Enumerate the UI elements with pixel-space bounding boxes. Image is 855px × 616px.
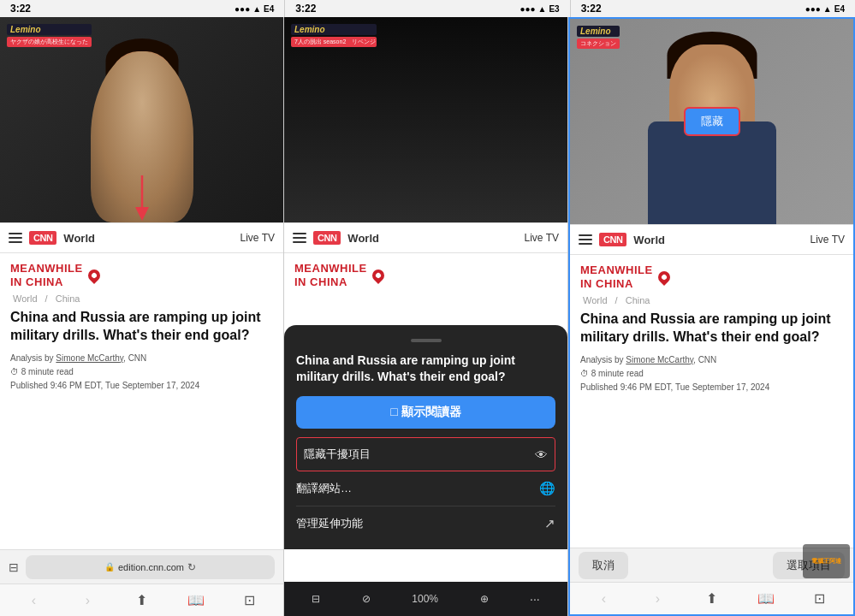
- breadcrumb-sep-3: /: [615, 295, 618, 305]
- video-thumbnail-3: 隱藏: [570, 19, 853, 224]
- more-icon: ···: [530, 592, 540, 606]
- zoom-icon: ⊘: [362, 593, 371, 605]
- hamburger-icon-3[interactable]: [579, 234, 592, 245]
- bookmarks-btn-3[interactable]: 📖: [753, 586, 779, 612]
- status-bar-1: 3:22 ●●● ▲ E4: [0, 0, 285, 17]
- red-arrow-1: [116, 171, 168, 222]
- lemino-logo-2: Lemino: [291, 24, 377, 35]
- share-btn-1[interactable]: ⬆: [129, 588, 155, 613]
- cnn-world-3: World: [633, 234, 665, 246]
- location-pin-2: [370, 267, 387, 284]
- forward-btn-1[interactable]: ›: [75, 588, 101, 613]
- address-bar-1: ⊟ 🔒 edition.cnn.com ↻: [0, 549, 283, 583]
- hamburger-line: [293, 233, 306, 234]
- location-pin-3: [656, 269, 673, 286]
- hide-distraction-icon: 👁: [535, 447, 548, 462]
- tabs-btn-1[interactable]: ⊡: [237, 588, 263, 613]
- time-3: 3:22: [581, 3, 602, 15]
- translate-item[interactable]: 翻譯網站… 🌐: [296, 471, 555, 506]
- time-2: 3:22: [295, 3, 316, 15]
- cnn-world-2: World: [347, 232, 379, 245]
- forward-btn-3[interactable]: ›: [645, 586, 671, 612]
- read-time-3: ⏱ 8 minute read: [580, 367, 843, 381]
- breadcrumb-sep-1: /: [45, 293, 48, 304]
- hamburger-line: [579, 243, 592, 245]
- status-icons-2: ●●● ▲ E3: [520, 4, 559, 14]
- breadcrumb-1: World / China: [10, 293, 273, 304]
- cnn-world-1: World: [63, 232, 95, 245]
- svg-marker-1: [135, 207, 149, 221]
- source-3: , CNN: [693, 355, 716, 364]
- zoom-increase-icon: ⊕: [480, 593, 489, 605]
- panel-3: Lemino コネクション 隱藏 CNN World Live TV: [568, 17, 855, 616]
- share-btn-3[interactable]: ⬆: [699, 586, 725, 612]
- article-meta-3: Analysis by Simone McCarthy, CNN ⏱ 8 min…: [580, 353, 843, 394]
- breadcrumb-world-3: World: [583, 295, 608, 305]
- hamburger-line: [579, 234, 592, 236]
- hamburger-line: [9, 233, 22, 234]
- battery-icon-2: E3: [549, 4, 559, 14]
- address-url-1[interactable]: 🔒 edition.cnn.com ↻: [26, 555, 275, 579]
- article-area-3: MEANWHILE IN CHINA World / China China a…: [570, 255, 853, 548]
- meanwhile-text-3a: MEANWHILE: [580, 264, 653, 277]
- article-title-3: China and Russia are ramping up joint mi…: [580, 311, 843, 346]
- lemino-sub-2: 7人の脱出 season2 リベンジ: [291, 37, 377, 47]
- tabs-btn-3[interactable]: ⊡: [807, 586, 833, 612]
- lemino-sub-3: コネクション: [577, 38, 620, 49]
- screens-row: Lemino ヤクザの娘が高校生になった CNN World Live: [0, 17, 855, 616]
- author-3: Simone McCarthy: [626, 355, 693, 364]
- meanwhile-badge-3: MEANWHILE IN CHINA: [580, 264, 843, 290]
- overlay-handle: [411, 339, 442, 342]
- reader-button[interactable]: □ 顯示閱讀器: [296, 396, 555, 429]
- published-1: Published 9:46 PM EDT, Tue September 17,…: [10, 379, 273, 393]
- live-tv-3[interactable]: Live TV: [810, 234, 845, 246]
- manage-extensions-text: 管理延伸功能: [296, 516, 363, 531]
- hide-distraction-text: 隱藏干擾項目: [304, 447, 371, 462]
- sidebar-icon-1[interactable]: ⊟: [9, 560, 19, 574]
- hamburger-icon-2[interactable]: [293, 233, 306, 243]
- back-btn-3[interactable]: ‹: [591, 586, 617, 612]
- article-title-1: China and Russia are ramping up joint mi…: [10, 309, 273, 345]
- lemino-logo-1: Lemino: [7, 24, 92, 35]
- back-btn-1[interactable]: ‹: [21, 588, 47, 613]
- hamburger-line: [579, 239, 592, 240]
- translate-text: 翻譯網站…: [296, 481, 352, 496]
- live-tv-2[interactable]: Live TV: [525, 232, 559, 244]
- cancel-button[interactable]: 取消: [579, 552, 628, 579]
- hamburger-line: [293, 237, 306, 239]
- time-1: 3:22: [10, 3, 31, 15]
- hamburger-icon-1[interactable]: [9, 233, 22, 243]
- meanwhile-text-2b: IN CHINA: [294, 275, 367, 289]
- bookmarks-btn-1[interactable]: 📖: [183, 588, 209, 613]
- person-body-3: [648, 121, 776, 224]
- cnn-logo-1: CNN: [29, 231, 56, 245]
- breadcrumb-world-1: World: [13, 293, 38, 304]
- hide-distraction-item[interactable]: 隱藏干擾項目 👁: [296, 437, 555, 471]
- status-icons-3: ●●● ▲ E4: [805, 4, 845, 14]
- lemino-badge-3: Lemino コネクション: [577, 26, 620, 49]
- hide-badge: 隱藏: [684, 107, 740, 136]
- meanwhile-text-3b: IN CHINA: [580, 277, 653, 291]
- meanwhile-text-2a: MEANWHILE: [294, 262, 367, 275]
- overlay-panel: China and Russia are ramping up joint mi…: [284, 325, 567, 549]
- zoom-icon-left: ⊟: [312, 593, 320, 605]
- wifi-icon-2: ▲: [538, 4, 547, 14]
- cnn-logo-3: CNN: [599, 233, 626, 246]
- status-bar-2: 3:22 ●●● ▲ E3: [285, 0, 570, 17]
- manage-extensions-item[interactable]: 管理延伸功能 ↗: [296, 506, 555, 541]
- translate-icon: 🌐: [539, 481, 555, 496]
- zoom-text: 100%: [412, 593, 438, 605]
- lemino-logo-3: Lemino: [577, 26, 620, 37]
- watermark: 電腦王阿達: [803, 544, 850, 578]
- bottom-nav-3: ‹ › ⬆ 📖 ⊡: [570, 582, 853, 614]
- lock-icon-1: 🔒: [104, 562, 115, 572]
- read-time-1: ⏱ 8 minute read: [10, 365, 273, 379]
- wifi-icon-3: ▲: [823, 4, 832, 14]
- analysis-label-3: Analysis by: [580, 355, 624, 364]
- reload-icon-1[interactable]: ↻: [187, 561, 196, 573]
- signal-icon-3: ●●●: [805, 4, 821, 14]
- live-tv-1[interactable]: Live TV: [240, 232, 275, 244]
- lemino-sub-1: ヤクザの娘が高校生になった: [7, 37, 92, 47]
- article-area-1: MEANWHILE IN CHINA World / China China a…: [0, 253, 283, 549]
- battery-icon-3: E4: [834, 4, 845, 14]
